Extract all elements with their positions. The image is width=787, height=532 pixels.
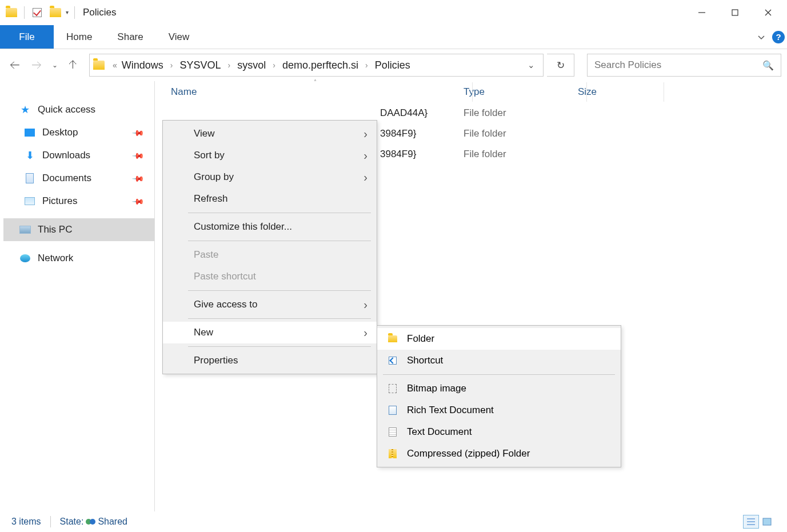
download-icon: ⬇ <box>23 149 37 162</box>
ctx-refresh[interactable]: Refresh <box>163 188 377 210</box>
status-item-count: 3 items <box>11 517 41 527</box>
recent-locations-icon[interactable]: ⌄ <box>49 56 61 74</box>
pin-icon: 📌 <box>131 194 145 207</box>
ctx-new[interactable]: New› <box>163 322 377 343</box>
divider <box>50 516 51 527</box>
menu-separator <box>188 346 371 347</box>
nav-downloads[interactable]: ⬇ Downloads 📌 <box>3 144 154 167</box>
shared-icon <box>86 519 95 525</box>
nav-quick-access[interactable]: ★ Quick access <box>3 98 154 121</box>
column-header-type[interactable]: Type <box>464 86 578 98</box>
status-state-value: Shared <box>98 517 127 527</box>
tab-home[interactable]: Home <box>54 25 105 49</box>
address-dropdown-icon[interactable]: ⌄ <box>522 60 540 70</box>
crumb[interactable]: demo.perftech.si <box>281 59 359 71</box>
divider <box>74 6 75 19</box>
details-view-button[interactable] <box>743 515 759 529</box>
column-divider[interactable] <box>586 82 587 102</box>
close-button[interactable] <box>752 2 785 23</box>
tab-file[interactable]: File <box>0 25 54 49</box>
nav-toolbar: 🡠 🡢 ⌄ 🡡 « Windows› SYSVOL› sysvol› demo.… <box>0 49 787 81</box>
search-icon[interactable]: 🔍 <box>762 60 774 71</box>
address-bar[interactable]: « Windows› SYSVOL› sysvol› demo.perftech… <box>89 54 544 77</box>
new-text[interactable]: Text Document <box>377 421 621 443</box>
ctx-paste: Paste <box>163 244 377 266</box>
chevron-right-icon: › <box>363 149 367 162</box>
crumb[interactable]: SYSVOL <box>179 59 222 71</box>
pin-icon: 📌 <box>131 171 145 185</box>
forward-button[interactable]: 🡢 <box>27 56 46 74</box>
column-header-size[interactable]: Size <box>578 86 597 98</box>
chevron-right-icon[interactable]: › <box>273 61 275 70</box>
chevron-right-icon: › <box>363 127 367 141</box>
ctx-view[interactable]: View› <box>163 123 377 145</box>
network-icon <box>18 254 32 262</box>
ctx-group-by[interactable]: Group by› <box>163 166 377 188</box>
tab-share[interactable]: Share <box>105 25 155 49</box>
chevron-right-icon[interactable]: › <box>365 61 368 70</box>
refresh-button[interactable]: ↻ <box>547 54 574 77</box>
chevron-right-icon[interactable]: › <box>170 61 173 70</box>
qat-folder-icon <box>3 5 19 21</box>
overflow-chevron-icon[interactable]: « <box>113 61 117 70</box>
help-button[interactable]: ? <box>770 25 787 49</box>
back-button[interactable]: 🡠 <box>6 56 24 74</box>
column-divider[interactable] <box>472 82 473 102</box>
nav-pictures[interactable]: Pictures 📌 <box>3 190 154 213</box>
ctx-customize[interactable]: Customize this folder... <box>163 216 377 238</box>
ctx-paste-shortcut: Paste shortcut <box>163 266 377 287</box>
new-folder[interactable]: Folder <box>377 328 621 350</box>
nav-label: Documents <box>42 173 91 184</box>
thumbnails-view-button[interactable] <box>759 515 775 529</box>
maximize-button[interactable] <box>718 2 752 23</box>
crumb[interactable]: sysvol <box>236 59 267 71</box>
qat-properties-icon[interactable] <box>29 5 45 21</box>
nav-label: This PC <box>38 224 72 235</box>
text-icon <box>387 427 398 437</box>
svg-rect-1 <box>732 10 738 15</box>
nav-documents[interactable]: Documents 📌 <box>3 167 154 190</box>
folder-icon <box>387 334 398 344</box>
column-headers: ˄ Name Type Size <box>155 81 787 103</box>
context-menu: View› Sort by› Group by› Refresh Customi… <box>162 120 377 374</box>
navigation-pane: ★ Quick access Desktop 📌 ⬇ Downloads 📌 D… <box>0 81 154 511</box>
crumb[interactable]: Windows <box>121 59 165 71</box>
nav-this-pc[interactable]: This PC <box>3 218 154 241</box>
column-divider[interactable] <box>664 82 664 102</box>
ctx-sort-by[interactable]: Sort by› <box>163 145 377 166</box>
search-box[interactable]: 🔍 <box>587 54 781 77</box>
chevron-right-icon[interactable]: › <box>228 61 231 70</box>
submenu-label: Text Document <box>407 426 472 438</box>
nav-desktop[interactable]: Desktop 📌 <box>3 121 154 144</box>
document-icon <box>23 173 37 183</box>
menu-separator <box>188 213 371 213</box>
pictures-icon <box>23 197 37 205</box>
nav-label: Downloads <box>42 150 90 161</box>
zip-icon <box>387 449 398 459</box>
nav-label: Quick access <box>38 104 95 115</box>
submenu-label: Bitmap image <box>407 383 466 394</box>
nav-label: Pictures <box>42 195 77 207</box>
qat-customize-icon[interactable]: ▾ <box>66 9 69 15</box>
ribbon-expand-icon[interactable] <box>753 25 770 49</box>
nav-network[interactable]: Network <box>3 247 154 270</box>
window-title: Policies <box>83 7 117 18</box>
new-bitmap[interactable]: Bitmap image <box>377 378 621 399</box>
ctx-properties[interactable]: Properties <box>163 350 377 371</box>
up-button[interactable]: 🡡 <box>64 56 82 74</box>
crumb[interactable]: Policies <box>374 59 412 71</box>
submenu-label: Shortcut <box>407 355 443 366</box>
new-shortcut[interactable]: Shortcut <box>377 350 621 371</box>
search-input[interactable] <box>594 59 762 71</box>
submenu-new: Folder Shortcut Bitmap image Rich Text D… <box>377 325 621 467</box>
column-header-name[interactable]: Name <box>155 86 464 98</box>
ctx-give-access[interactable]: Give access to› <box>163 294 377 315</box>
pin-icon: 📌 <box>131 126 145 139</box>
tab-view[interactable]: View <box>156 25 202 49</box>
bitmap-icon <box>387 383 398 394</box>
new-zip[interactable]: Compressed (zipped) Folder <box>377 443 621 465</box>
new-rtf[interactable]: Rich Text Document <box>377 399 621 421</box>
minimize-button[interactable] <box>685 2 718 23</box>
qat-new-folder-icon[interactable] <box>47 5 63 21</box>
view-toggle <box>742 514 776 529</box>
